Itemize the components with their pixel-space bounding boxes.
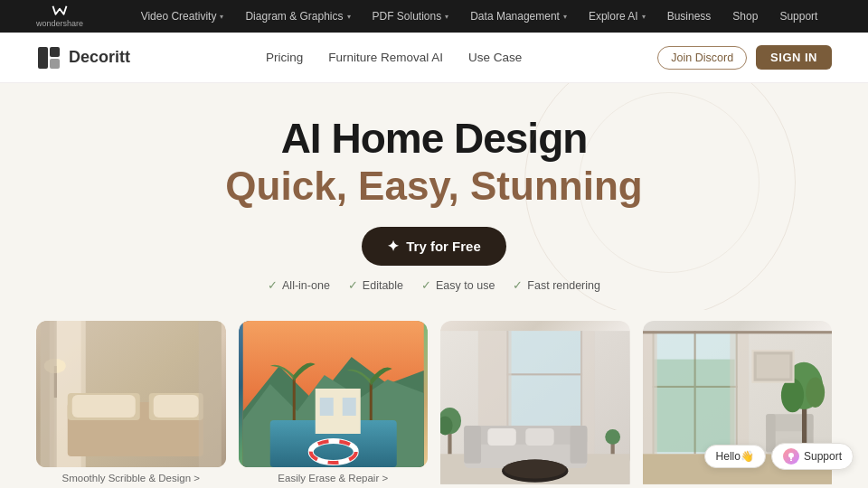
- svg-rect-9: [72, 395, 136, 418]
- main-nav-links: Pricing Furniture Removal AI Use Case: [266, 51, 522, 64]
- svg-rect-51: [654, 360, 734, 453]
- hello-bubble: Hello👋: [704, 445, 766, 468]
- main-nav-actions: Join Discord SIGN IN: [657, 45, 832, 70]
- badge-fast-rendering: ✓ Fast rendering: [513, 278, 600, 292]
- top-nav-explore-ai[interactable]: Explore AI ▾: [589, 10, 646, 23]
- svg-rect-22: [292, 375, 295, 420]
- feature-badges: ✓ All-in-one ✓ Editable ✓ Easy to use ✓ …: [36, 278, 832, 292]
- top-nav-shop[interactable]: Shop: [732, 10, 758, 23]
- decoritt-logo-icon: [36, 45, 61, 70]
- check-icon: ✓: [421, 278, 431, 292]
- svg-rect-20: [319, 398, 333, 416]
- gallery-image-pool: [239, 321, 429, 467]
- svg-point-65: [806, 378, 825, 408]
- svg-rect-69: [643, 331, 833, 333]
- svg-rect-28: [506, 373, 582, 375]
- decoritt-logo[interactable]: Decoritt: [36, 45, 130, 70]
- svg-rect-36: [487, 428, 515, 446]
- svg-rect-0: [38, 47, 48, 69]
- join-discord-button[interactable]: Join Discord: [657, 46, 747, 70]
- badge-easy-to-use: ✓ Easy to use: [421, 278, 495, 292]
- nav-furniture-removal[interactable]: Furniture Removal AI: [328, 51, 443, 64]
- check-icon: ✓: [513, 278, 523, 292]
- chevron-down-icon: ▾: [445, 13, 448, 21]
- svg-rect-10: [154, 395, 199, 418]
- chevron-down-icon: ▾: [220, 13, 223, 21]
- hero-title-brown: Quick, Easy, Stunning: [36, 164, 832, 210]
- gallery-item-1[interactable]: Smoothly Scribble & Design >: [36, 321, 226, 488]
- top-nav-items: Video Creativity ▾ Diagram & Graphics ▾ …: [127, 10, 832, 23]
- top-nav-support[interactable]: Support: [779, 10, 817, 23]
- support-icon: [783, 448, 799, 465]
- svg-rect-68: [756, 355, 789, 379]
- svg-rect-13: [41, 321, 57, 467]
- svg-rect-70: [790, 460, 792, 462]
- chevron-down-icon: ▾: [642, 13, 646, 21]
- top-nav-pdf-solutions[interactable]: PDF Solutions ▾: [373, 10, 449, 23]
- badge-editable: ✓ Editable: [348, 278, 403, 292]
- gallery-item-3[interactable]: Save Money & Reskin >: [440, 321, 630, 488]
- svg-rect-21: [342, 398, 355, 416]
- sparkle-icon: ✦: [387, 238, 399, 255]
- try-for-free-button[interactable]: ✦ Try for Free: [362, 227, 506, 266]
- svg-rect-25: [506, 331, 582, 426]
- badge-all-in-one: ✓ All-in-one: [268, 278, 330, 292]
- wondershare-brand[interactable]: wondershare: [36, 5, 83, 28]
- support-button[interactable]: Support: [771, 443, 854, 470]
- gallery-item-2[interactable]: Easily Erase & Repair >: [239, 321, 429, 488]
- top-nav-diagram-graphics[interactable]: Diagram & Graphics ▾: [245, 10, 350, 23]
- nav-pricing[interactable]: Pricing: [266, 51, 303, 64]
- svg-rect-37: [525, 428, 553, 446]
- sign-in-button[interactable]: SIGN IN: [756, 45, 832, 70]
- svg-rect-34: [464, 426, 481, 464]
- svg-rect-14: [199, 321, 222, 467]
- svg-rect-35: [571, 426, 588, 464]
- top-navigation: wondershare Video Creativity ▾ Diagram &…: [0, 0, 868, 33]
- top-nav-business[interactable]: Business: [667, 10, 712, 23]
- chevron-down-icon: ▾: [347, 13, 351, 21]
- check-icon: ✓: [268, 278, 278, 292]
- hero-title-black: AI Home Design: [36, 116, 832, 162]
- gallery-label-2: Easily Erase & Repair >: [239, 473, 429, 483]
- hero-section: AI Home Design Quick, Easy, Stunning ✦ T…: [0, 83, 868, 310]
- top-nav-data-management[interactable]: Data Management ▾: [470, 10, 567, 23]
- svg-point-44: [605, 429, 620, 445]
- svg-rect-1: [50, 47, 60, 57]
- gallery-image-bedroom: [36, 321, 226, 467]
- top-nav-video-creativity[interactable]: Video Creativity ▾: [141, 10, 224, 23]
- svg-point-64: [780, 379, 803, 413]
- support-widget: Hello👋 Support: [704, 443, 854, 470]
- svg-rect-23: [369, 380, 372, 420]
- svg-rect-52: [643, 331, 657, 467]
- chevron-down-icon: ▾: [563, 13, 567, 21]
- nav-use-case[interactable]: Use Case: [468, 51, 522, 64]
- svg-rect-2: [50, 59, 60, 69]
- check-icon: ✓: [348, 278, 358, 292]
- gallery-label-1: Smoothly Scribble & Design >: [36, 473, 226, 483]
- gallery-image-living: [440, 321, 630, 467]
- main-navigation: Decoritt Pricing Furniture Removal AI Us…: [0, 33, 868, 83]
